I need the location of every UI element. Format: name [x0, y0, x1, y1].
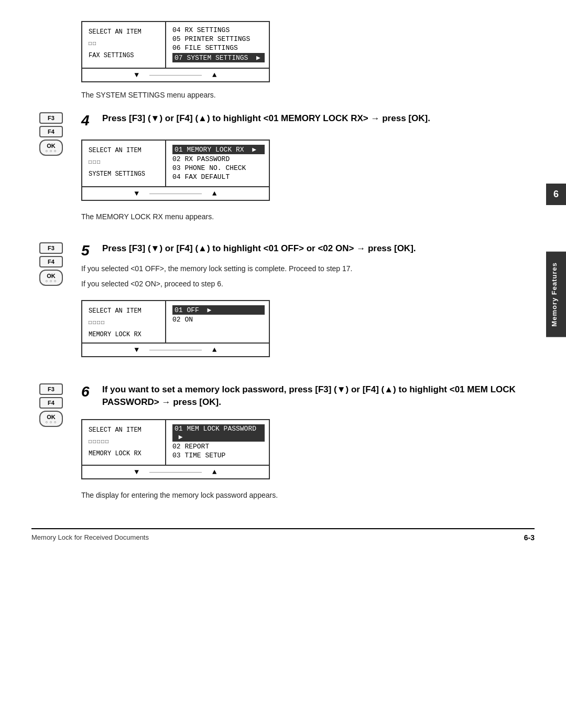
lcd-sub-5: MEMORY LOCK RX	[89, 331, 159, 338]
lcd-sublabel: FAX SETTINGS	[89, 52, 159, 59]
f4-key: F4	[39, 126, 63, 137]
side-tab: Memory Features	[546, 252, 566, 337]
step-5-lcd: SELECT AN ITEM □□□□ MEMORY LOCK RX 01 OF…	[81, 295, 270, 362]
lcd-5-nav-up: ▲	[212, 346, 216, 354]
lcd-dots: □□	[89, 41, 159, 47]
step-5-left: F3 F4 OK ○ ○ ○	[31, 242, 71, 290]
lcd-sel-4: SELECT AN ITEM	[89, 147, 159, 154]
step-6-left: F3 F4 OK ○ ○ ○	[31, 383, 71, 431]
f3-key-5: F3	[39, 242, 63, 254]
step-4-number: 4	[81, 112, 97, 129]
ok-dots-6: ○ ○ ○	[45, 420, 58, 424]
lcd-4-item-3: 03 PHONE NO. CHECK	[172, 164, 265, 172]
f4-key-6: F4	[39, 397, 63, 409]
lcd-item-3: 06 FILE SETTINGS	[172, 44, 265, 52]
lcd-nav-down: ▼	[135, 71, 139, 79]
f3-key: F3	[39, 112, 63, 124]
top-section: SELECT AN ITEM □□ FAX SETTINGS 04 RX SET…	[81, 16, 535, 99]
lcd-left-5: SELECT AN ITEM □□□□ MEMORY LOCK RX	[82, 301, 166, 342]
ok-key-6: OK ○ ○ ○	[39, 411, 63, 427]
lcd-5-item-2: 02 ON	[172, 316, 265, 324]
lcd-4-item-2: 02 RX PASSWORD	[172, 155, 265, 163]
lcd-4-item-1: 01 MEMORY LOCK RX ▶	[172, 145, 265, 154]
lcd-sub-6: MEMORY LOCK RX	[89, 450, 159, 457]
top-body-text: The SYSTEM SETTINGS menu appears.	[81, 91, 535, 99]
lcd-right: 04 RX SETTINGS 05 PRINTER SETTINGS 06 FI…	[166, 22, 271, 68]
ok-dots-5: ○ ○ ○	[45, 279, 58, 283]
step-5-right: 5 Press [F3] (▼) or [F4] (▲) to highligh…	[81, 242, 535, 368]
step-4-lcd: SELECT AN ITEM □□□ SYSTEM SETTINGS 01 ME…	[81, 134, 270, 206]
lcd-right-4: 01 MEMORY LOCK RX ▶ 02 RX PASSWORD 03 PH…	[166, 141, 271, 186]
lcd-dots-4: □□□	[89, 159, 159, 165]
ok-dots: ○ ○ ○	[45, 149, 58, 153]
lcd-item-2: 05 PRINTER SETTINGS	[172, 35, 265, 43]
lcd-right-5: 01 OFF ▶ 02 ON	[166, 301, 271, 342]
step-4-body: The MEMORY LOCK RX menu appears.	[81, 211, 535, 222]
step-4-heading: Press [F3] (▼) or [F4] (▲) to highlight …	[102, 112, 535, 125]
chapter-number-tab: 6	[546, 184, 566, 205]
lcd-right-6: 01 MEM LOCK PASSWORD ▶ 02 REPORT 03 TIME…	[166, 420, 271, 465]
step-5-number: 5	[81, 242, 97, 259]
lcd-item-4: 07 SYSTEM SETTINGS ▶	[172, 53, 265, 62]
lcd-5-nav-down: ▼	[135, 346, 139, 354]
step-5-body-1: If you selected <01 OFF>, the memory loc…	[81, 263, 535, 274]
lcd-sub-4: SYSTEM SETTINGS	[89, 170, 159, 178]
step-4-right: 4 Press [F3] (▼) or [F4] (▲) to highligh…	[81, 112, 535, 227]
step-4-header: 4 Press [F3] (▼) or [F4] (▲) to highligh…	[81, 112, 535, 129]
footer-right-text: 6-3	[524, 533, 535, 542]
page-content: 6 Memory Features SELECT AN ITEM □□ FAX …	[0, 0, 566, 552]
step-5-section: F3 F4 OK ○ ○ ○ 5 Press [F3] (▼) or [F4] …	[31, 242, 535, 368]
lcd-nav: ▼ ▲	[82, 68, 269, 81]
lcd-4-nav-down: ▼	[135, 189, 139, 198]
step-6-lcd: SELECT AN ITEM □□□□□ MEMORY LOCK RX 01 M…	[81, 414, 270, 485]
lcd-left-4: SELECT AN ITEM □□□ SYSTEM SETTINGS	[82, 141, 166, 186]
ok-key-5: OK ○ ○ ○	[39, 270, 63, 286]
lcd-5-nav: ▼ ▲	[82, 342, 269, 356]
lcd-sel-6: SELECT AN ITEM	[89, 426, 159, 434]
lcd-6-nav: ▼ ▲	[82, 465, 269, 478]
step-6-number: 6	[81, 383, 97, 400]
lcd-6-item-2: 02 REPORT	[172, 443, 265, 451]
step-4-section: F3 F4 OK ○ ○ ○ 4 Press [F3] (▼) or [F4] …	[31, 112, 535, 227]
lcd-sel-5: SELECT AN ITEM	[89, 307, 159, 315]
lcd-6-nav-down: ▼	[135, 468, 139, 476]
step-5-body-2: If you selected <02 ON>, proceed to step…	[81, 279, 535, 290]
step-6-body: The display for entering the memory lock…	[81, 490, 535, 501]
f3-key-6: F3	[39, 383, 63, 395]
lcd-6-item-1: 01 MEM LOCK PASSWORD ▶	[172, 424, 265, 442]
chapter-number: 6	[553, 189, 559, 199]
lcd-4-item-4: 04 FAX DEFAULT	[172, 173, 265, 181]
lcd-dots-6: □□□□□	[89, 439, 159, 445]
f4-key-5: F4	[39, 256, 63, 267]
step-6-section: F3 F4 OK ○ ○ ○ 6 If you want to set a me…	[31, 383, 535, 505]
ok-key: OK ○ ○ ○	[39, 140, 63, 156]
step-6-header: 6 If you want to set a memory lock passw…	[81, 383, 535, 409]
step-4-keys: F3 F4 OK ○ ○ ○	[39, 112, 63, 156]
lcd-dots-5: □□□□	[89, 320, 159, 326]
lcd-6-item-3: 03 TIME SETUP	[172, 452, 265, 459]
top-lcd: SELECT AN ITEM □□ FAX SETTINGS 04 RX SET…	[81, 16, 270, 88]
step-6-right: 6 If you want to set a memory lock passw…	[81, 383, 535, 505]
step-6-keys: F3 F4 OK ○ ○ ○	[39, 383, 63, 427]
lcd-left: SELECT AN ITEM □□ FAX SETTINGS	[82, 22, 166, 68]
lcd-nav-up: ▲	[212, 71, 216, 79]
lcd-left-6: SELECT AN ITEM □□□□□ MEMORY LOCK RX	[82, 420, 166, 465]
step-4-left: F3 F4 OK ○ ○ ○	[31, 112, 71, 160]
side-tab-label: Memory Features	[550, 262, 558, 327]
step-6-heading: If you want to set a memory lock passwor…	[102, 383, 535, 409]
lcd-4-nav-up: ▲	[212, 189, 216, 198]
step-5-keys: F3 F4 OK ○ ○ ○	[39, 242, 63, 286]
lcd-4-nav: ▼ ▲	[82, 186, 269, 200]
lcd-select-label: SELECT AN ITEM	[89, 28, 159, 36]
footer-left-text: Memory Lock for Received Documents	[31, 533, 149, 541]
lcd-item-1: 04 RX SETTINGS	[172, 26, 265, 34]
lcd-6-nav-up: ▲	[212, 468, 216, 476]
step-5-heading: Press [F3] (▼) or [F4] (▲) to highlight …	[102, 242, 535, 255]
page-footer: Memory Lock for Received Documents 6-3	[31, 528, 535, 542]
step-5-header: 5 Press [F3] (▼) or [F4] (▲) to highligh…	[81, 242, 535, 259]
lcd-5-item-1: 01 OFF ▶	[172, 305, 265, 315]
